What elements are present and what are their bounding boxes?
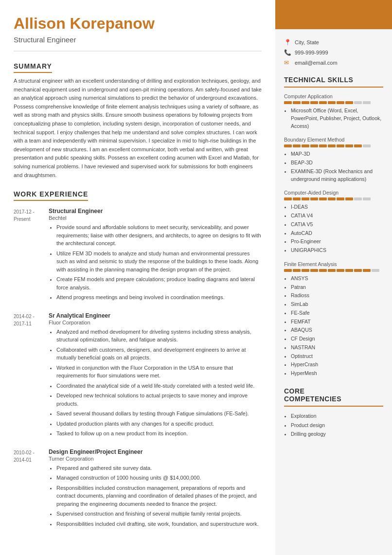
job-2-bullet-7: Updated production plants with any chang… xyxy=(56,420,262,428)
skill-bar-seg xyxy=(328,101,336,104)
skill-item: HyperCrash xyxy=(291,361,383,369)
skill-group-computer-app: Computer Application Micr xyxy=(284,93,383,130)
contact-email: ✉ email@email.com xyxy=(284,59,383,66)
job-2-bullet-2: Collaborated with customers, designers, … xyxy=(56,346,262,362)
skill-item: CATIA V5 xyxy=(291,221,383,229)
contact-email-text: email@email.com xyxy=(295,60,338,66)
job-3-date-start: 2010-02 - xyxy=(14,450,35,455)
core-comp-item-3: Drilling geology xyxy=(291,430,383,438)
job-1-bullet-1: Provide sound and affordable solutions t… xyxy=(56,223,262,248)
job-1-bullets: Provide sound and affordable solutions t… xyxy=(49,223,262,302)
job-entry-2: 2014-02 - 2017-11 Sr Analytical Engineer… xyxy=(14,312,262,440)
skill-bar-seg xyxy=(337,101,344,104)
skill-bar-seg xyxy=(284,269,292,272)
skill-item: MAP-3D xyxy=(291,150,383,158)
skill-list-cad: I-DEAS CATIA V4 CATIA V5 AutoCAD Pro-Eng… xyxy=(284,203,383,254)
job-3-company: Turner Corporation xyxy=(49,456,262,462)
skill-item: Radioss xyxy=(291,292,383,300)
candidate-title: Structural Engineer xyxy=(14,36,262,52)
skill-item: CATIA V4 xyxy=(291,212,383,220)
skill-group-cad: Computer-Aided Design I-D xyxy=(284,190,383,254)
skill-group-bem-name: Boundary Element Method xyxy=(284,137,383,143)
skill-bar-seg xyxy=(302,144,309,147)
job-2-bullet-4: Coordinated the analytical side of a wel… xyxy=(56,382,262,390)
skill-bar-seg xyxy=(337,269,344,272)
job-1-date-start: 2017-12 - xyxy=(14,209,35,215)
skill-item: CF Design xyxy=(291,335,383,343)
job-1-date-end: Present xyxy=(14,216,30,222)
skill-item: Optistruct xyxy=(291,353,383,360)
candidate-name: Allison Korepanow xyxy=(14,15,262,33)
skill-bar-seg xyxy=(310,197,318,200)
skill-bar-seg xyxy=(372,269,379,272)
skill-item: FE-Safe xyxy=(291,309,383,317)
skill-item: NASTRAN xyxy=(291,344,383,352)
work-experience-section: WORK EXPERIENCE 2017-12 - Present Struct… xyxy=(14,190,262,530)
right-column: 📍 City, State 📞 999-999-9999 ✉ email@ema… xyxy=(275,0,392,555)
job-2-title: Sr Analytical Engineer xyxy=(49,312,262,319)
job-2-bullet-6: Saved several thousand dollars by testin… xyxy=(56,410,262,418)
skill-bar-seg xyxy=(319,144,327,147)
skill-list-fea: ANSYS Patran Radioss SimLab FE-Safe FEMF… xyxy=(284,275,383,377)
skill-bar-seg xyxy=(310,101,318,104)
job-1-bullet-2: Utilize FEM 3D models to analyze and stu… xyxy=(56,250,262,274)
skill-bar-seg xyxy=(354,101,362,104)
skill-bar-seg xyxy=(302,269,309,272)
skill-bar-seg xyxy=(284,144,292,147)
skill-bar-seg xyxy=(328,144,336,147)
job-1-company: Bechtel xyxy=(49,215,262,221)
job-2-bullet-3: Worked in conjunction with the Fluor Cor… xyxy=(56,364,262,380)
skill-item: UNIGRAPHICS xyxy=(291,247,383,254)
contact-location: 📍 City, State xyxy=(284,39,383,46)
job-2-bullet-8: Tasked to follow up on a new product fro… xyxy=(56,430,262,438)
job-3-bullet-4: Supervised construction and finishing of… xyxy=(56,510,262,518)
skill-item: Pro-Engineer xyxy=(291,238,383,246)
skill-bar-seg xyxy=(363,269,371,272)
job-3-bullet-1: Prepared and gathered site survey data. xyxy=(56,464,262,472)
skill-bar-seg xyxy=(293,101,301,104)
skill-item: ANSYS xyxy=(291,275,383,283)
job-3-bullets: Prepared and gathered site survey data. … xyxy=(49,464,262,528)
core-comp-item-2: Product design xyxy=(291,422,383,430)
skill-item: BEAP-3D xyxy=(291,159,383,167)
skill-bar-seg xyxy=(302,101,309,104)
skill-item: HyperMesh xyxy=(291,370,383,377)
top-accent-bar xyxy=(275,0,392,29)
job-1-bullet-3: Create FEM models and prepare calculatio… xyxy=(56,275,262,291)
job-entry-1: 2017-12 - Present Structural Engineer Be… xyxy=(14,208,262,304)
job-2-details: Sr Analytical Engineer Fluor Corporation… xyxy=(49,312,262,440)
skill-item: Patran xyxy=(291,284,383,291)
skill-bar-seg xyxy=(328,197,336,200)
job-1-dates: 2017-12 - Present xyxy=(14,208,49,304)
job-3-bullet-3: Responsibilities included construction m… xyxy=(56,484,262,508)
job-3-bullet-2: Managed construction of 1000 housing uni… xyxy=(56,474,262,482)
skill-bar-seg xyxy=(345,144,353,147)
skill-group-bem: Boundary Element Method M xyxy=(284,137,383,183)
skill-bar-seg xyxy=(345,101,353,104)
resume-page: Allison Korepanow Structural Engineer SU… xyxy=(0,0,392,555)
job-3-bullet-5: Responsibilities included civil drafting… xyxy=(56,520,262,528)
skill-bar-bem xyxy=(284,144,383,147)
job-2-dates: 2014-02 - 2017-11 xyxy=(14,312,49,440)
skill-bar-seg xyxy=(310,269,318,272)
location-icon: 📍 xyxy=(284,39,292,46)
skill-bar-seg xyxy=(293,197,301,200)
skill-group-fea: Finite Element Analysis xyxy=(284,261,383,377)
summary-section: SUMMARY A structural engineer with an ex… xyxy=(14,62,262,179)
job-3-date-end: 2014-01 xyxy=(14,457,32,463)
skill-bar-seg xyxy=(354,144,362,147)
job-2-bullet-5: Developed new technical solutions to act… xyxy=(56,392,262,408)
job-2-company: Fluor Corporation xyxy=(49,320,262,325)
skill-bar-seg xyxy=(293,144,301,147)
job-2-date-start: 2014-02 - xyxy=(14,314,35,319)
summary-section-title: SUMMARY xyxy=(14,62,52,73)
skill-bar-seg xyxy=(302,197,309,200)
skill-bar-seg xyxy=(345,269,353,272)
skill-group-computer-app-name: Computer Application xyxy=(284,93,383,99)
job-1-title: Structural Engineer xyxy=(49,208,262,215)
skill-bar-seg xyxy=(284,101,292,104)
contact-phone: 📞 999-999-9999 xyxy=(284,49,383,56)
skill-group-fea-name: Finite Element Analysis xyxy=(284,261,383,267)
core-competencies-title: CORECOMPETENCIES xyxy=(284,387,383,407)
skill-bar-seg xyxy=(319,197,327,200)
